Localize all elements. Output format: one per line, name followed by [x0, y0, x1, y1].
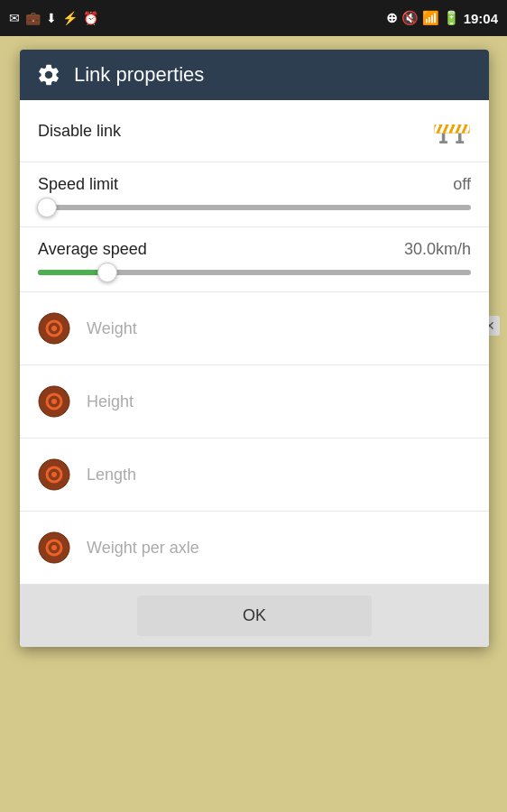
dialog-header: Link properties: [20, 50, 489, 100]
svg-rect-8: [442, 134, 446, 143]
average-speed-slider[interactable]: [38, 270, 471, 275]
gmail-icon: ✉: [9, 11, 20, 25]
length-label: Length: [87, 466, 136, 484]
speed-limit-label: Speed limit: [38, 175, 118, 194]
usb-icon: ⚡: [62, 11, 78, 25]
average-speed-section: Average speed 30.0km/h: [20, 227, 489, 292]
roadblock-icon: [433, 116, 471, 145]
height-icon: [38, 385, 70, 418]
height-row[interactable]: Height: [20, 365, 489, 438]
dialog-footer: OK: [20, 585, 489, 647]
speed-limit-value: off: [453, 175, 471, 194]
disable-link-label: Disable link: [38, 122, 121, 141]
briefcase-icon: 💼: [25, 11, 41, 25]
height-label: Height: [87, 392, 134, 411]
average-speed-value: 30.0km/h: [404, 240, 471, 259]
weight-per-axle-row[interactable]: Weight per axle: [20, 512, 489, 585]
svg-rect-11: [456, 141, 464, 143]
svg-point-23: [51, 545, 57, 550]
ok-button[interactable]: OK: [137, 595, 372, 636]
svg-point-14: [51, 326, 57, 331]
alarm-icon: ⏰: [83, 11, 98, 25]
link-properties-dialog: Link properties Disable link: [20, 50, 489, 647]
speed-limit-slider[interactable]: [38, 205, 471, 210]
length-row[interactable]: Length: [20, 438, 489, 512]
disable-link-row[interactable]: Disable link: [20, 100, 489, 162]
signal-icon: 📶: [422, 10, 439, 26]
dialog-content: Disable link: [20, 100, 489, 585]
svg-point-20: [51, 472, 57, 477]
svg-rect-9: [458, 134, 462, 143]
weight-label: Weight: [87, 319, 137, 338]
location-icon: ⊕: [386, 10, 398, 26]
average-speed-label: Average speed: [38, 240, 147, 259]
length-icon: [38, 458, 70, 491]
status-bar: ✉ 💼 ⬇ ⚡ ⏰ ⊕ 🔇 📶 🔋 19:04: [0, 0, 507, 36]
speed-limit-section: Speed limit off: [20, 162, 489, 227]
gear-icon: [36, 62, 61, 88]
mute-icon: 🔇: [401, 10, 419, 26]
status-left-icons: ✉ 💼 ⬇ ⚡ ⏰: [9, 11, 98, 25]
svg-point-17: [51, 399, 57, 404]
weight-per-axle-icon: [38, 531, 70, 564]
dialog-title: Link properties: [74, 63, 204, 87]
clock: 19:04: [464, 11, 498, 26]
battery-icon: 🔋: [443, 10, 460, 26]
weight-icon: [38, 312, 70, 345]
status-right-icons: ⊕ 🔇 📶 🔋 19:04: [386, 10, 498, 26]
weight-row[interactable]: Weight: [20, 292, 489, 365]
svg-rect-10: [439, 141, 447, 143]
download-icon: ⬇: [46, 11, 57, 25]
weight-per-axle-label: Weight per axle: [87, 539, 199, 558]
